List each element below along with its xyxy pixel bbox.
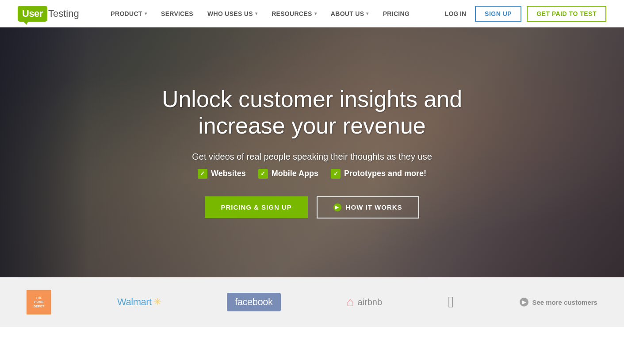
header-left: User Testing	[18, 6, 79, 22]
see-more-customers[interactable]: ▶ See more customers	[520, 298, 597, 307]
login-button[interactable]: LOG IN	[441, 10, 470, 17]
check-icon: ✓	[258, 169, 268, 179]
logo-box: User	[18, 6, 47, 22]
logo-testing-text: Testing	[48, 8, 79, 19]
hero-feature-mobile-apps: ✓ Mobile Apps	[258, 169, 318, 179]
nav-product[interactable]: PRODUCT ▾	[103, 0, 154, 27]
nav-about-us[interactable]: ABOUT US ▾	[324, 0, 376, 27]
hero-feature-prototypes: ✓ Prototypes and more!	[331, 169, 426, 179]
logo-apple: 	[448, 293, 454, 311]
get-paid-button[interactable]: GET PAID TO TEST	[527, 6, 606, 22]
chevron-down-icon: ▾	[314, 11, 317, 16]
logo-airbnb: ⌂ airbnb	[347, 295, 383, 309]
home-depot-logo: THEHOMEDEPOT	[27, 290, 51, 314]
facebook-logo: facebook	[227, 293, 280, 311]
hero-buttons: PRICING & SIGN UP ▶ HOW IT WORKS	[162, 196, 462, 218]
chevron-down-icon: ▾	[366, 11, 368, 16]
chevron-down-icon: ▾	[255, 11, 257, 16]
hero-subtitle: Get videos of real people speaking their…	[162, 152, 462, 162]
header-actions: LOG IN SIGN UP GET PAID TO TEST	[441, 6, 606, 22]
signup-button[interactable]: SIGN UP	[475, 6, 521, 22]
nav-services[interactable]: SERVICES	[154, 0, 200, 27]
airbnb-icon: ⌂	[347, 295, 354, 309]
logo-user-text: User	[22, 8, 43, 19]
nav-resources[interactable]: RESOURCES ▾	[264, 0, 324, 27]
check-icon: ✓	[198, 169, 207, 179]
header: User Testing PRODUCT ▾ SERVICES WHO USES…	[0, 0, 624, 27]
main-nav: PRODUCT ▾ SERVICES WHO USES US ▾ RESOURC…	[103, 0, 417, 27]
logos-bar: THEHOMEDEPOT Walmart ✳ facebook ⌂ airbnb…	[0, 277, 624, 327]
nav-who-uses-us[interactable]: WHO USES US ▾	[200, 0, 264, 27]
pricing-signup-button[interactable]: PRICING & SIGN UP	[205, 196, 307, 218]
feature-mobile-apps-label: Mobile Apps	[272, 169, 318, 178]
logo-facebook: facebook	[227, 293, 280, 311]
hero-feature-websites: ✓ Websites	[198, 169, 246, 179]
how-it-works-button[interactable]: ▶ HOW IT WORKS	[317, 196, 419, 218]
hero-section: Unlock customer insights and increase yo…	[0, 27, 624, 277]
hero-content: Unlock customer insights and increase yo…	[153, 86, 471, 218]
hero-features: ✓ Websites ✓ Mobile Apps ✓ Prototypes an…	[162, 169, 462, 179]
nav-pricing[interactable]: PRICING	[376, 0, 417, 27]
feature-prototypes-label: Prototypes and more!	[344, 169, 426, 178]
logo[interactable]: User Testing	[18, 6, 79, 22]
hero-title: Unlock customer insights and increase yo…	[162, 86, 462, 139]
walmart-spark-icon: ✳	[153, 296, 161, 308]
play-icon: ▶	[333, 203, 341, 211]
arrow-right-icon: ▶	[520, 298, 528, 307]
check-icon: ✓	[331, 169, 341, 179]
feature-websites-label: Websites	[211, 169, 246, 178]
chevron-down-icon: ▾	[145, 11, 147, 16]
logo-walmart: Walmart ✳	[117, 296, 161, 308]
apple-icon: 	[448, 293, 454, 311]
logo-home-depot: THEHOMEDEPOT	[27, 290, 51, 314]
